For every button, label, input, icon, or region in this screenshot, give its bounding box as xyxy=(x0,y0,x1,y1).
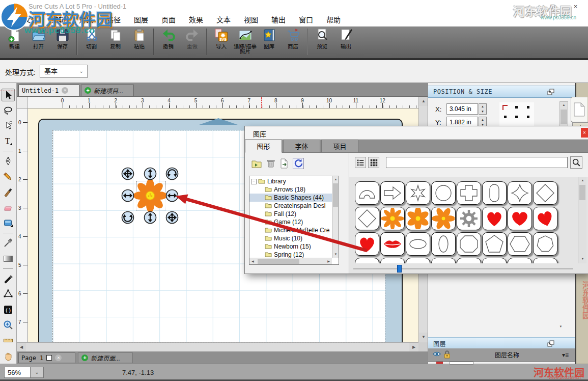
new-page-tab[interactable]: + 新建页面... xyxy=(78,352,133,363)
page-tab[interactable]: Page 1 × xyxy=(18,352,75,363)
dialog-close-button[interactable]: × xyxy=(581,128,588,138)
scroll-right-icon[interactable]: ▶ xyxy=(409,343,418,352)
menu-item-页面[interactable]: 页面 xyxy=(155,13,182,26)
anchor-top-left-active[interactable] xyxy=(502,105,508,110)
tree-item-Createinspain Desi[interactable]: Createinspain Desi xyxy=(249,202,332,210)
toolbar-store-button[interactable]: 商店 xyxy=(282,28,304,57)
page-close-icon[interactable]: × xyxy=(55,355,62,361)
horizontal-scrollbar[interactable]: ◀ ▶ xyxy=(17,342,418,351)
v-handle[interactable] xyxy=(144,211,157,224)
text-tool-icon[interactable]: T xyxy=(2,135,15,148)
toolbar-library-button[interactable]: 图库 xyxy=(258,28,281,57)
toolbar-import-button[interactable]: SVG导入 xyxy=(210,28,233,57)
library-tab-字体[interactable]: 字体 xyxy=(283,140,320,153)
scroll-left-icon[interactable]: ◀ xyxy=(17,343,26,352)
brush-tool-icon[interactable] xyxy=(2,186,15,199)
toolbar-cut-button[interactable]: 切割 xyxy=(80,28,103,57)
layers-menu-icon[interactable]: ▾≡ xyxy=(562,351,569,359)
shape-heart-round[interactable] xyxy=(508,207,532,230)
shape-heart[interactable] xyxy=(482,207,507,230)
zoom-level-input[interactable]: 56% xyxy=(4,367,31,378)
shape-arrow[interactable] xyxy=(380,181,405,205)
shape-cell-partial[interactable] xyxy=(355,258,379,263)
shape-cell-partial[interactable] xyxy=(533,258,557,263)
hand-tool-icon[interactable] xyxy=(2,349,15,362)
shape-pill[interactable] xyxy=(482,181,507,205)
menu-item-效果[interactable]: 效果 xyxy=(182,13,210,26)
menu-item-文本[interactable]: 文本 xyxy=(210,13,237,26)
move-handle[interactable] xyxy=(165,211,179,224)
menu-item-对象[interactable]: 对象 xyxy=(72,13,100,26)
minimize-button[interactable]: – xyxy=(517,0,540,13)
gradient-tool-icon[interactable] xyxy=(2,252,15,265)
tree-item-Newborn (15)[interactable]: Newborn (15) xyxy=(249,242,332,251)
shape-ellipse-v[interactable] xyxy=(431,232,456,256)
toolbar-copy-button[interactable]: 复制 xyxy=(104,28,127,57)
knife-tool-icon[interactable] xyxy=(2,272,15,285)
menu-item-视图[interactable]: 视图 xyxy=(237,13,265,26)
menu-item-编辑[interactable]: 编辑 xyxy=(45,13,72,26)
toolbar-undo-button[interactable]: 撤销 xyxy=(157,28,180,57)
tree-item-Fall (12)[interactable]: Fall (12) xyxy=(249,210,332,218)
shape-cell-partial[interactable] xyxy=(508,258,532,263)
scroll-down-icon[interactable]: ▼ xyxy=(419,333,428,342)
rectangle-tool-icon[interactable] xyxy=(2,216,15,229)
mode-dropdown[interactable]: 基本 ⌄ xyxy=(40,65,88,78)
shape-cell-partial[interactable] xyxy=(380,258,405,263)
x-position-input[interactable] xyxy=(446,103,478,115)
panel-scroll-down-icon[interactable]: ▼ xyxy=(557,323,565,330)
shape-diamond[interactable] xyxy=(355,207,379,230)
shape-cell-partial[interactable] xyxy=(431,258,456,263)
menu-item-输出[interactable]: 输出 xyxy=(265,13,292,26)
shape-heart[interactable] xyxy=(355,232,379,256)
library-tab-项目[interactable]: 项目 xyxy=(321,140,358,153)
visibility-eye-icon[interactable] xyxy=(432,349,441,360)
eyedropper-tool-icon[interactable] xyxy=(2,237,15,250)
shape-circle[interactable] xyxy=(431,181,456,205)
measure-tool-icon[interactable] xyxy=(2,334,15,347)
list-view-button[interactable] xyxy=(355,157,366,168)
shape-cell-partial[interactable] xyxy=(406,258,430,263)
shape-pentagon[interactable] xyxy=(482,232,507,256)
new-project-tab[interactable]: + 新建项目... xyxy=(81,85,134,96)
search-input[interactable] xyxy=(386,157,568,168)
shapes-scrollbar[interactable]: ▲ ▼ xyxy=(578,177,586,263)
selected-flower-shape[interactable] xyxy=(133,178,167,214)
toolbar-output-button[interactable]: 输出 xyxy=(334,28,357,57)
move-handle[interactable] xyxy=(121,167,134,180)
delete-button[interactable] xyxy=(265,158,276,169)
maximize-button[interactable]: □ xyxy=(541,0,564,13)
shape-octagon[interactable] xyxy=(457,232,481,256)
toolbar-paste-button[interactable]: 粘贴 xyxy=(128,28,151,57)
tree-item-Game (12)[interactable]: Game (12) xyxy=(249,218,332,226)
toolbar-open-button[interactable]: 打开 xyxy=(27,28,50,57)
tree-item-MichelleMyBelle Cre[interactable]: MichelleMyBelle Cre xyxy=(249,226,332,234)
menu-item-图层[interactable]: 图层 xyxy=(127,13,155,26)
x-spinner[interactable]: ▲▼ xyxy=(479,103,487,115)
rotate-handle[interactable] xyxy=(165,167,179,180)
shape-heptagon[interactable] xyxy=(533,232,557,256)
toolbar-save-button[interactable]: 保存 xyxy=(51,28,74,57)
refresh-button[interactable] xyxy=(293,158,304,169)
grid-view-button[interactable] xyxy=(368,157,379,168)
toolbar-trace-button[interactable]: 追踪/描摹照片 xyxy=(234,28,257,57)
shape-heart-tilt[interactable] xyxy=(533,207,557,230)
shape-flower-a[interactable] xyxy=(380,207,405,230)
search-button[interactable] xyxy=(570,156,582,169)
shape-flower-c[interactable] xyxy=(431,207,456,230)
tree-root-item[interactable]: −Library xyxy=(249,177,332,185)
slider-handle[interactable] xyxy=(397,265,402,273)
tree-item-Music (10)[interactable]: Music (10) xyxy=(249,234,332,242)
menu-item-窗口[interactable]: 窗口 xyxy=(292,13,320,26)
shape-diamond[interactable] xyxy=(533,181,557,205)
tree-item-Basic Shapes (44)[interactable]: Basic Shapes (44) xyxy=(249,194,332,202)
collapse-icon[interactable]: − xyxy=(251,179,257,184)
h-handle[interactable] xyxy=(165,189,179,202)
thumbnail-size-slider[interactable] xyxy=(349,263,578,274)
shape-flower-b[interactable] xyxy=(406,207,430,230)
zoom-dropdown-button[interactable]: ⌄ xyxy=(30,367,44,378)
shape-asterisk[interactable] xyxy=(406,181,430,205)
lasso-tool-icon[interactable] xyxy=(2,104,15,117)
popout-icon[interactable] xyxy=(546,88,555,98)
shape-cell-partial[interactable] xyxy=(482,258,507,263)
